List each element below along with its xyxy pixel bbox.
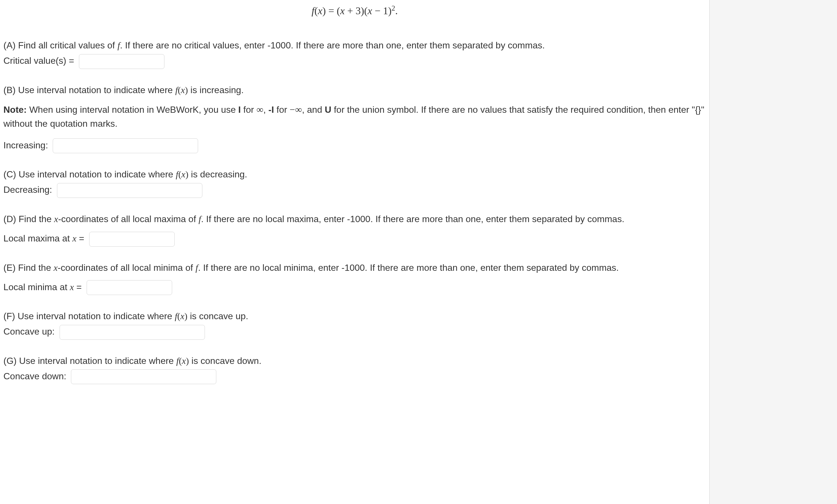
math-fx: f(x) [175, 85, 188, 95]
text: When using interval notation in WeBWorK,… [27, 105, 238, 115]
part-e-answer-row: Local minima at x = [3, 280, 706, 295]
neg-infinity-icon: −∞ [290, 104, 302, 115]
decreasing-label: Decreasing: [3, 183, 52, 197]
part-b: (B) Use interval notation to indicate wh… [3, 83, 706, 153]
text: is concave down. [189, 356, 261, 366]
text: -coordinates of all local minima of [57, 263, 196, 273]
text: Local minima at [3, 282, 70, 292]
text: -coordinates of all local maxima of [58, 214, 199, 224]
concave-down-input[interactable] [71, 369, 216, 384]
text: (G) Use interval notation to indicate wh… [3, 356, 176, 366]
part-g-prompt: (G) Use interval notation to indicate wh… [3, 354, 706, 368]
concave-up-label: Concave up: [3, 324, 55, 338]
math-x: x [72, 233, 76, 243]
part-e-prompt: (E) Find the x-coordinates of all local … [3, 261, 706, 275]
text: (A) Find all critical values of [3, 40, 118, 50]
text: . If there are no local maxima, enter -1… [201, 214, 624, 224]
function-definition: f(x) = (x + 3)(x − 1)2. [3, 1, 706, 30]
part-f: (F) Use interval notation to indicate wh… [3, 309, 706, 340]
math-x: x [54, 263, 57, 273]
concave-up-input[interactable] [59, 325, 205, 340]
local-minima-input[interactable] [87, 280, 172, 295]
part-a-prompt: (A) Find all critical values of f. If th… [3, 38, 706, 52]
text: (B) Use interval notation to indicate wh… [3, 85, 175, 95]
math-x: x [54, 214, 58, 224]
math-f: f [196, 263, 198, 273]
math-fx: f(x) [176, 356, 189, 366]
concave-down-label: Concave down: [3, 369, 66, 383]
part-g: (G) Use interval notation to indicate wh… [3, 354, 706, 385]
infinity-icon: ∞ [256, 104, 263, 115]
text: for [274, 105, 289, 115]
text: (C) Use interval notation to indicate wh… [3, 169, 176, 180]
text: is decreasing. [189, 169, 247, 180]
part-c: (C) Use interval notation to indicate wh… [3, 167, 706, 198]
text: , [263, 105, 268, 115]
critical-values-label: Critical value(s) = [3, 54, 74, 68]
part-f-prompt: (F) Use interval notation to indicate wh… [3, 309, 706, 323]
note-label: Note: [3, 105, 27, 115]
part-g-answer-row: Concave down: [3, 369, 706, 385]
critical-values-input[interactable] [79, 54, 164, 69]
local-maxima-label: Local maxima at x = [3, 231, 84, 245]
increasing-label: Increasing: [3, 138, 48, 152]
text: for [241, 105, 256, 115]
part-c-answer-row: Decreasing: [3, 183, 706, 198]
text: , and [302, 105, 325, 115]
text: Local maxima at [3, 233, 72, 243]
part-f-answer-row: Concave up: [3, 324, 706, 340]
text: . If there are no critical values, enter… [120, 40, 545, 50]
text: is increasing. [188, 85, 244, 95]
note-U: U [325, 105, 331, 115]
part-c-prompt: (C) Use interval notation to indicate wh… [3, 167, 706, 181]
part-d-prompt: (D) Find the x-coordinates of all local … [3, 212, 706, 226]
problem-page: f(x) = (x + 3)(x − 1)2. (A) Find all cri… [0, 0, 710, 504]
part-b-note: Note: When using interval notation in We… [3, 102, 706, 130]
math-f: f [199, 214, 201, 224]
text: (F) Use interval notation to indicate wh… [3, 311, 175, 321]
part-d: (D) Find the x-coordinates of all local … [3, 212, 706, 247]
math-f: f [118, 40, 120, 50]
math-fx: f(x) [175, 311, 187, 321]
increasing-input[interactable] [53, 138, 198, 153]
local-minima-label: Local minima at x = [3, 280, 82, 294]
part-b-prompt: (B) Use interval notation to indicate wh… [3, 83, 706, 97]
math-x: x [70, 282, 74, 292]
text: is concave up. [188, 311, 248, 321]
part-a-answer-row: Critical value(s) = [3, 54, 706, 69]
text: (E) Find the [3, 263, 54, 273]
part-e: (E) Find the x-coordinates of all local … [3, 261, 706, 295]
text: . If there are no local minima, enter -1… [198, 263, 619, 273]
part-a: (A) Find all critical values of f. If th… [3, 38, 706, 69]
text: = [74, 282, 82, 292]
part-d-answer-row: Local maxima at x = [3, 231, 706, 247]
text: = [76, 233, 84, 243]
note-neg-I: -I [268, 105, 274, 115]
local-maxima-input[interactable] [89, 232, 175, 247]
text: (D) Find the [3, 214, 54, 224]
part-b-answer-row: Increasing: [3, 138, 706, 153]
math-fx: f(x) [176, 169, 189, 180]
decreasing-input[interactable] [57, 183, 202, 198]
note-I: I [238, 105, 241, 115]
